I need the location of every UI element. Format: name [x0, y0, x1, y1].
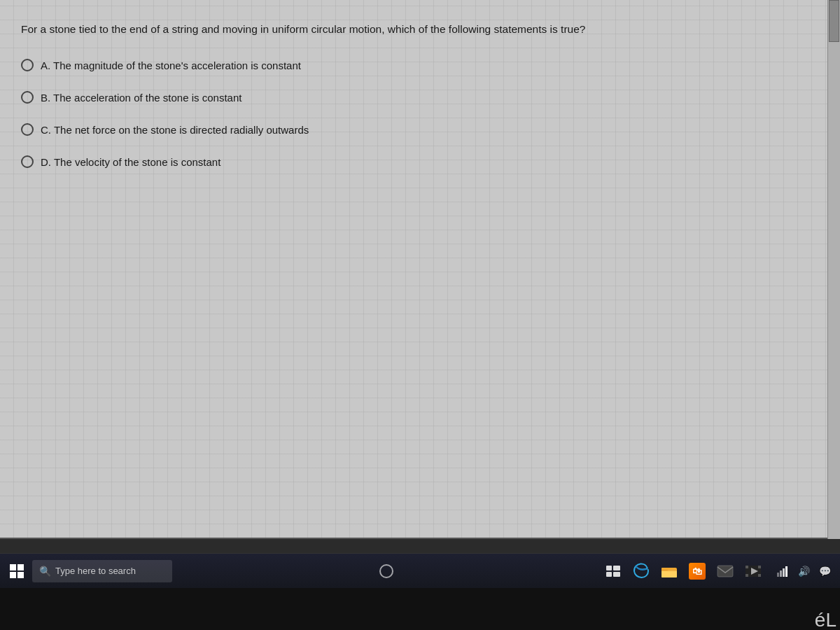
file-explorer-button[interactable] [657, 559, 682, 584]
bottom-bar: éL [0, 588, 840, 630]
svg-rect-12 [758, 566, 761, 568]
mail-button[interactable] [713, 559, 738, 584]
search-bar[interactable]: 🔍 Type here to search [32, 560, 172, 582]
scrollbar-thumb[interactable] [829, 0, 839, 42]
file-explorer-icon [661, 564, 678, 578]
taskbar-center [176, 559, 596, 584]
option-c-label: C. The net force on the stone is directe… [41, 124, 309, 136]
edge-icon [633, 563, 650, 580]
svg-rect-16 [780, 570, 782, 577]
svg-rect-13 [746, 574, 748, 577]
svg-rect-1 [613, 566, 620, 570]
svg-rect-0 [606, 566, 612, 570]
win-quad-3 [10, 572, 16, 578]
search-icon: 🔍 [39, 566, 51, 577]
movies-button[interactable] [741, 559, 766, 584]
svg-rect-18 [785, 566, 788, 577]
radio-d[interactable] [21, 155, 34, 168]
quiz-panel: For a stone tied to the end of a string … [0, 0, 827, 539]
question-text: For a stone tied to the end of a string … [21, 21, 806, 38]
svg-rect-17 [783, 568, 785, 577]
radio-a[interactable] [21, 59, 34, 71]
option-b[interactable]: B. The acceleration of the stone is cons… [21, 91, 806, 104]
store-icon: 🛍 [689, 563, 706, 580]
options-list: A. The magnitude of the stone's accelera… [21, 59, 806, 168]
win-quad-4 [18, 572, 24, 578]
win-quad-2 [18, 564, 24, 570]
option-a-label: A. The magnitude of the stone's accelera… [41, 59, 301, 71]
radio-b[interactable] [21, 91, 34, 104]
cortana-button[interactable] [374, 559, 399, 584]
edge-button[interactable] [629, 559, 654, 584]
win-quad-1 [10, 564, 16, 570]
scrollbar-track[interactable] [827, 0, 840, 539]
store-button[interactable]: 🛍 [685, 559, 710, 584]
notification-icon[interactable]: 💬 [815, 559, 834, 584]
volume-icon[interactable]: 🔊 [794, 559, 813, 584]
network-signal-icon [777, 566, 788, 577]
svg-rect-7 [662, 570, 677, 571]
network-icon[interactable] [773, 559, 792, 584]
cortana-circle-icon [379, 564, 393, 578]
svg-rect-3 [613, 572, 620, 577]
mail-icon [717, 564, 734, 578]
svg-rect-2 [606, 572, 612, 577]
radio-c[interactable] [21, 123, 34, 136]
system-tray: 🔊 💬 [773, 559, 834, 584]
windows-icon [10, 564, 24, 578]
svg-rect-8 [718, 566, 733, 577]
task-view-button[interactable] [601, 559, 626, 584]
option-b-label: B. The acceleration of the stone is cons… [41, 92, 241, 104]
search-placeholder-text: Type here to search [55, 566, 136, 576]
svg-rect-11 [746, 566, 748, 568]
svg-rect-15 [777, 573, 779, 577]
option-c[interactable]: C. The net force on the stone is directe… [21, 123, 806, 136]
option-d[interactable]: D. The velocity of the stone is constant [21, 155, 806, 168]
start-button[interactable] [6, 560, 28, 582]
taskbar-icons: 🛍 [601, 559, 766, 584]
option-a[interactable]: A. The magnitude of the stone's accelera… [21, 59, 806, 71]
bottom-right-emoji: éL [815, 610, 836, 630]
movies-icon [745, 564, 762, 578]
task-view-icon [606, 566, 620, 577]
option-d-label: D. The velocity of the stone is constant [41, 156, 220, 168]
svg-rect-14 [758, 574, 761, 577]
taskbar: 🔍 Type here to search [0, 553, 840, 588]
